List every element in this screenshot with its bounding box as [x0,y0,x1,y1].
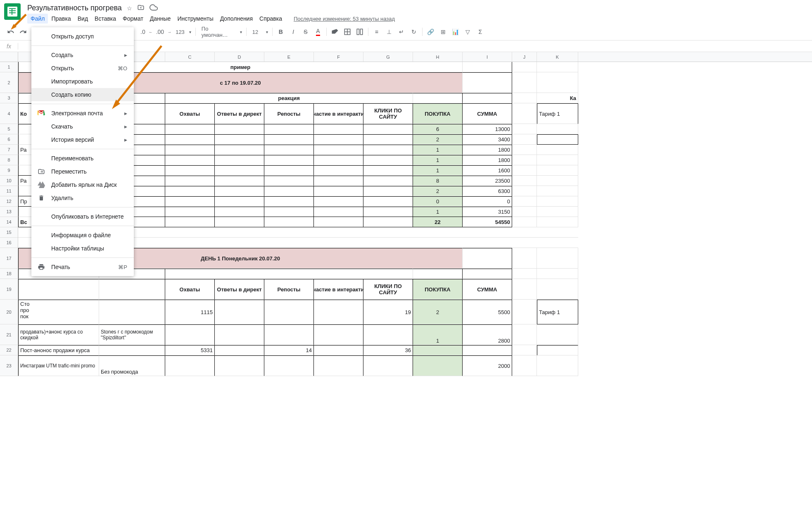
menu-data[interactable]: Данные [147,14,174,24]
row-header[interactable]: 6 [0,134,18,145]
cell[interactable] [537,165,578,176]
chart-button[interactable]: 📊 [450,26,461,38]
cell[interactable] [363,176,413,186]
row-header[interactable]: 22 [0,345,18,355]
cell[interactable]: 1800 [463,145,512,155]
cell[interactable] [512,124,537,134]
dd-delete[interactable]: Удалить [31,191,134,205]
col-header[interactable]: E [264,52,314,62]
cell[interactable] [413,355,463,376]
cell[interactable]: 1 [413,155,463,165]
cell[interactable] [314,134,363,145]
cell[interactable] [413,93,463,103]
row-header[interactable]: 14 [0,217,18,227]
cell[interactable] [512,300,537,324]
row-header[interactable]: 13 [0,207,18,217]
cell[interactable] [512,196,537,207]
cell[interactable] [512,134,537,145]
cell[interactable] [264,207,314,217]
cell[interactable] [537,248,578,269]
select-all-corner[interactable] [0,52,18,62]
row-header[interactable]: 10 [0,176,18,186]
cell[interactable] [165,176,215,186]
cell[interactable] [537,176,578,186]
cell[interactable] [537,207,578,217]
row-header[interactable]: 19 [0,279,18,300]
cell[interactable] [264,196,314,207]
cell[interactable]: 19 [363,300,413,324]
cell[interactable]: 6300 [463,186,512,196]
cell[interactable] [314,217,363,227]
font-size-select[interactable]: 12 [249,26,270,37]
cell[interactable] [537,217,578,227]
dd-move[interactable]: Переместить [31,165,134,178]
menu-insert[interactable]: Вставка [91,14,119,24]
cell[interactable]: 23500 [463,176,512,186]
menu-edit[interactable]: Правка [48,14,74,24]
cell[interactable] [215,345,264,355]
cell[interactable]: 1 [413,207,463,217]
cell[interactable] [215,300,264,324]
cell[interactable] [165,217,215,227]
col-header[interactable]: I [463,52,512,62]
cell[interactable] [512,217,537,227]
cell[interactable] [363,124,413,134]
cell[interactable] [537,124,578,134]
cell[interactable] [537,134,578,145]
cell[interactable] [512,72,537,93]
cell[interactable] [512,324,537,345]
cell[interactable]: 2 [413,186,463,196]
cell[interactable] [314,176,363,186]
cell[interactable]: 1115 [165,300,215,324]
cell[interactable]: Stones г с промокодом "Spizdiltort" [99,324,165,345]
cell[interactable] [18,279,99,300]
star-icon[interactable]: ☆ [127,5,132,12]
cell[interactable]: 5331 [165,345,215,355]
cell[interactable] [264,124,314,134]
cell[interactable]: 1800 [463,155,512,165]
cell[interactable] [165,355,215,376]
dd-file-info[interactable]: Информация о файле [31,229,134,242]
text-color-button[interactable]: A [312,26,324,38]
cell[interactable] [264,186,314,196]
cell[interactable] [215,124,264,134]
cell[interactable] [215,155,264,165]
cell[interactable] [363,355,413,376]
cell[interactable] [99,345,165,355]
cell[interactable]: 54550 [463,217,512,227]
cell[interactable] [363,196,413,207]
cell[interactable] [215,324,264,345]
cell[interactable]: 36 [363,345,413,355]
row-header[interactable]: 16 [0,238,18,248]
cell[interactable] [264,300,314,324]
cell[interactable] [264,165,314,176]
cell[interactable]: Ка [537,93,578,103]
cell[interactable] [537,72,578,93]
cell[interactable] [264,217,314,227]
cell[interactable]: 1 [413,324,463,345]
row-header[interactable]: 12 [0,196,18,207]
dd-download[interactable]: Скачать▸ [31,120,134,133]
cell[interactable] [215,145,264,155]
menu-file[interactable]: Файл [27,14,48,24]
row-header[interactable]: 23 [0,355,18,376]
cell[interactable]: продавать)+анонс курса со скидкой [18,324,99,345]
cell[interactable]: частие в интеракти [314,103,363,124]
cell[interactable]: 2 [413,134,463,145]
cell[interactable] [165,165,215,176]
last-edit-link[interactable]: Последнее изменение: 53 минуты назад [294,16,395,22]
dd-spreadsheet-settings[interactable]: Настройки таблицы [31,242,134,255]
cell[interactable] [537,355,578,376]
v-align-button[interactable]: ⊥ [383,26,395,38]
cell[interactable] [537,196,578,207]
cell[interactable]: частие в интеракти [314,279,363,300]
document-title[interactable]: Результативность прогрева [27,4,122,12]
cell[interactable] [314,207,363,217]
decrease-decimals[interactable]: .0 [138,29,148,35]
cell[interactable] [463,93,512,103]
row-header[interactable]: 18 [0,269,18,279]
cell[interactable] [512,145,537,155]
text-rotation-button[interactable]: ↻ [408,26,420,38]
cell[interactable]: 1 [413,165,463,176]
cell[interactable] [314,196,363,207]
